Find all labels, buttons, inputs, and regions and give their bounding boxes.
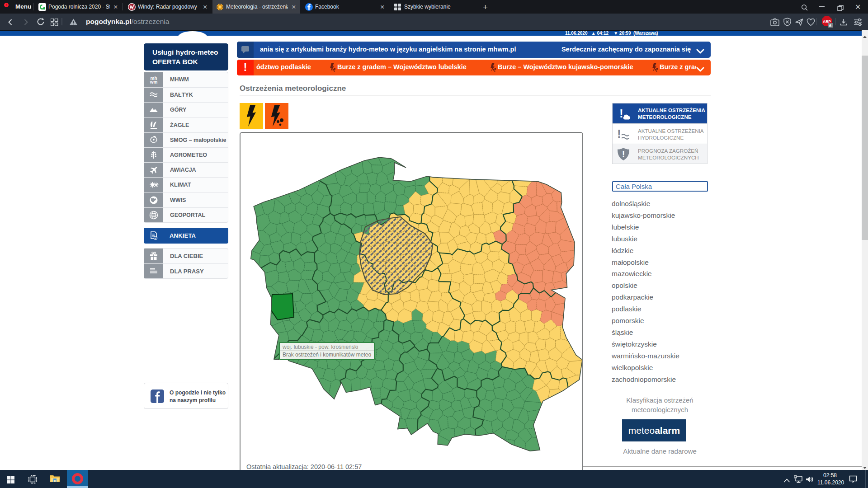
svg-text:!: ! bbox=[617, 127, 621, 141]
svg-text:!: ! bbox=[619, 107, 623, 120]
svg-text:!: ! bbox=[622, 149, 625, 159]
svg-text:wm: wm bbox=[150, 80, 158, 84]
svg-text:6: 6 bbox=[829, 23, 831, 28]
